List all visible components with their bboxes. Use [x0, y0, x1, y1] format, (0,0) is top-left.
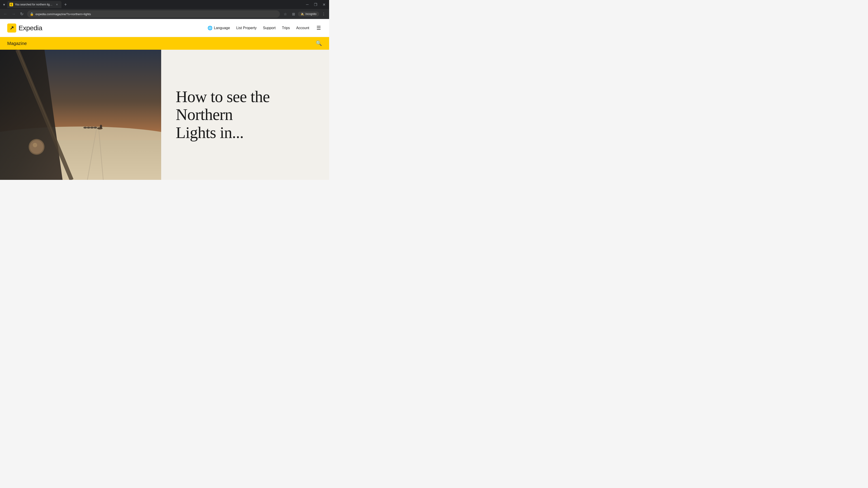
browser-titlebar: ▾ E You searched for northern ligh... × … — [0, 0, 329, 9]
tab-close-button[interactable]: × — [55, 2, 59, 7]
account-nav-link[interactable]: Account — [296, 26, 309, 30]
tab-list-button[interactable]: ▾ — [2, 2, 6, 8]
restore-button[interactable]: ❐ — [312, 2, 319, 8]
active-tab[interactable]: E You searched for northern ligh... × — [7, 1, 61, 8]
window-controls: ─ ❐ ✕ — [304, 2, 327, 8]
svg-point-5 — [84, 127, 87, 129]
reload-button[interactable]: ↻ — [18, 10, 25, 18]
lock-icon: 🔒 — [30, 12, 34, 16]
expedia-logo-text: Expedia — [19, 24, 42, 32]
hero-headline-line3: Lights in... — [176, 124, 243, 142]
close-button[interactable]: ✕ — [321, 2, 327, 8]
svg-point-8 — [94, 127, 97, 129]
svg-point-10 — [100, 125, 102, 128]
incognito-badge: 🕵 Incognito — [298, 11, 319, 17]
hamburger-menu-button[interactable]: ☰ — [315, 24, 322, 32]
language-label: Language — [214, 26, 230, 30]
logo-area[interactable]: ↗ Expedia — [7, 24, 42, 33]
svg-point-7 — [90, 127, 94, 129]
minimize-button[interactable]: ─ — [304, 2, 310, 8]
tab-favicon: E — [9, 3, 13, 6]
hero-headline-line2: Northern — [176, 105, 232, 124]
hero-headline: How to see the Northern Lights in... — [176, 88, 270, 142]
forward-button[interactable]: → — [10, 10, 17, 18]
hero-image — [0, 50, 161, 180]
trips-label: Trips — [282, 26, 290, 30]
svg-point-14 — [30, 140, 43, 154]
trips-nav-link[interactable]: Trips — [282, 26, 290, 30]
account-label: Account — [296, 26, 309, 30]
bookmark-button[interactable]: ☆ — [282, 10, 289, 18]
svg-point-6 — [87, 127, 90, 129]
tab-title: You searched for northern ligh... — [15, 3, 53, 6]
url-text: expedia.com/magazine/?s=northern+lights — [35, 12, 277, 16]
globe-icon: 🌐 — [208, 26, 213, 31]
support-nav-link[interactable]: Support — [263, 26, 276, 30]
list-property-label: List Property — [236, 26, 256, 30]
list-property-nav-link[interactable]: List Property — [236, 26, 256, 30]
hero-headline-line1: How to see the — [176, 88, 270, 106]
new-tab-button[interactable]: + — [62, 2, 69, 8]
extensions-button[interactable]: ⊞ — [290, 10, 297, 18]
more-button[interactable]: ⋮ — [320, 10, 327, 18]
hero-scene-svg — [0, 50, 161, 180]
address-bar[interactable]: 🔒 expedia.com/magazine/?s=northern+light… — [27, 10, 280, 18]
hero-text-area: How to see the Northern Lights in... — [161, 50, 329, 180]
browser-chrome: ▾ E You searched for northern ligh... × … — [0, 0, 329, 19]
site-nav: 🌐 Language List Property Support Trips A… — [208, 24, 322, 32]
incognito-icon: 🕵 — [301, 12, 304, 15]
support-label: Support — [263, 26, 276, 30]
hero-section: How to see the Northern Lights in... — [0, 50, 329, 180]
browser-controls: ← → ↻ 🔒 expedia.com/magazine/?s=northern… — [0, 9, 329, 19]
page-content: ↗ Expedia 🌐 Language List Property Suppo… — [0, 19, 329, 180]
site-header: ↗ Expedia 🌐 Language List Property Suppo… — [0, 19, 329, 37]
magazine-label: Magazine — [7, 41, 27, 46]
expedia-logo-icon: ↗ — [7, 24, 16, 33]
incognito-label: Incognito — [305, 12, 316, 15]
magazine-search-button[interactable]: 🔍 — [316, 40, 322, 46]
back-button[interactable]: ← — [2, 10, 9, 18]
language-nav-link[interactable]: 🌐 Language — [208, 26, 230, 31]
magazine-bar: Magazine 🔍 — [0, 37, 329, 50]
svg-point-15 — [33, 143, 37, 147]
browser-actions: ☆ ⊞ 🕵 Incognito ⋮ — [282, 10, 327, 18]
